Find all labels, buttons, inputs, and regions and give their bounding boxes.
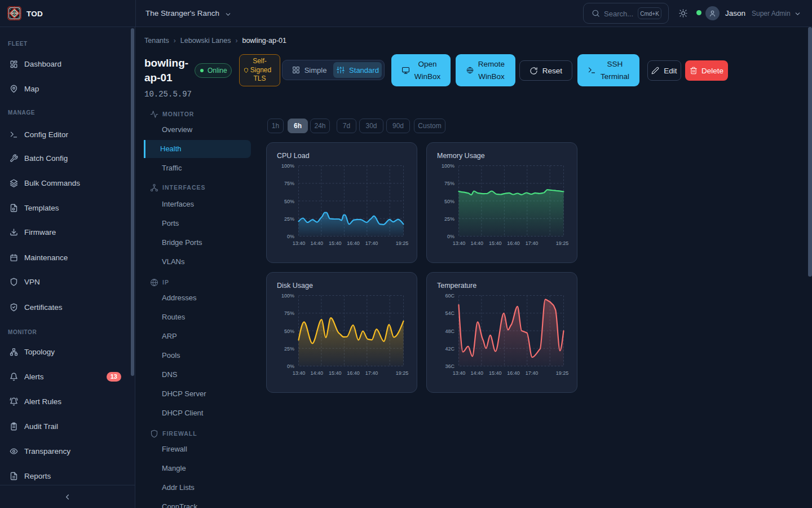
svg-text:16:40: 16:40: [347, 370, 360, 376]
svg-text:16:40: 16:40: [347, 240, 360, 246]
svg-text:14:40: 14:40: [471, 370, 484, 376]
svg-text:15:40: 15:40: [489, 370, 502, 376]
svg-text:15:40: 15:40: [329, 240, 342, 246]
svg-text:60C: 60C: [445, 293, 454, 299]
svg-text:19:25: 19:25: [396, 370, 409, 376]
svg-text:16:40: 16:40: [507, 240, 520, 246]
svg-text:17:40: 17:40: [365, 370, 378, 376]
svg-text:19:25: 19:25: [556, 370, 569, 376]
svg-text:17:40: 17:40: [365, 240, 378, 246]
svg-text:0%: 0%: [287, 234, 294, 239]
svg-text:48C: 48C: [445, 329, 454, 334]
svg-text:13:40: 13:40: [453, 240, 466, 246]
svg-text:16:40: 16:40: [507, 370, 520, 376]
svg-text:15:40: 15:40: [329, 370, 342, 376]
svg-text:14:40: 14:40: [311, 370, 324, 376]
svg-text:50%: 50%: [284, 199, 294, 204]
svg-text:19:25: 19:25: [556, 240, 569, 246]
svg-text:25%: 25%: [444, 216, 454, 222]
svg-text:25%: 25%: [284, 346, 294, 352]
svg-text:75%: 75%: [284, 181, 294, 186]
svg-text:100%: 100%: [442, 163, 454, 169]
svg-text:15:40: 15:40: [489, 240, 502, 246]
svg-text:36C: 36C: [445, 364, 454, 369]
svg-text:13:40: 13:40: [293, 370, 306, 376]
svg-text:13:40: 13:40: [293, 240, 306, 246]
svg-text:50%: 50%: [284, 329, 294, 334]
svg-text:0%: 0%: [447, 234, 454, 239]
svg-text:17:40: 17:40: [526, 240, 539, 246]
svg-text:54C: 54C: [445, 310, 454, 316]
svg-text:75%: 75%: [284, 310, 294, 316]
svg-text:17:40: 17:40: [526, 370, 539, 376]
svg-text:50%: 50%: [444, 199, 454, 204]
svg-text:100%: 100%: [281, 293, 294, 299]
svg-text:19:25: 19:25: [396, 240, 409, 246]
svg-text:42C: 42C: [445, 346, 454, 352]
svg-text:25%: 25%: [284, 216, 294, 222]
svg-text:0%: 0%: [287, 364, 294, 369]
svg-text:13:40: 13:40: [453, 370, 466, 376]
svg-text:14:40: 14:40: [311, 240, 324, 246]
svg-text:100%: 100%: [281, 163, 294, 169]
svg-text:14:40: 14:40: [471, 240, 484, 246]
svg-text:75%: 75%: [444, 181, 454, 186]
